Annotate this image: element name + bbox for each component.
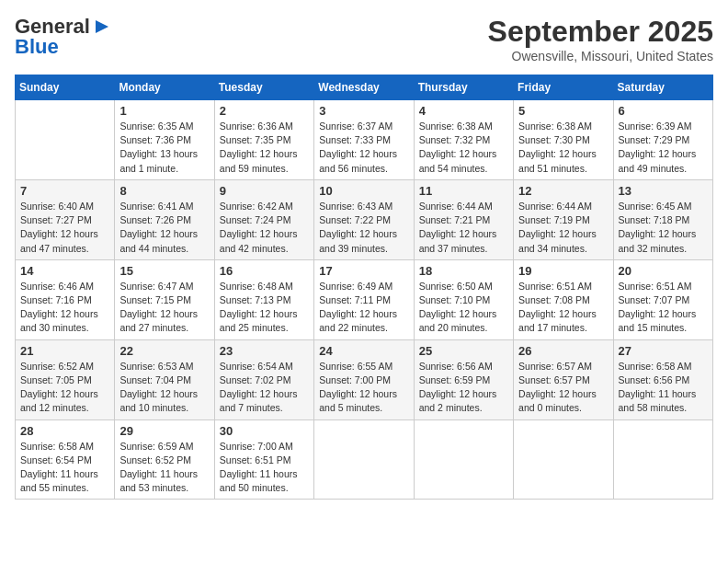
day-number: 4 [419,104,508,118]
day-info: Sunrise: 6:49 AMSunset: 7:11 PMDaylight:… [319,280,408,336]
calendar-cell: 14Sunrise: 6:46 AMSunset: 7:16 PMDayligh… [16,259,115,339]
day-info: Sunrise: 6:44 AMSunset: 7:19 PMDaylight:… [518,200,608,256]
calendar-cell: 26Sunrise: 6:57 AMSunset: 6:57 PMDayligh… [514,339,613,419]
day-number: 16 [220,264,309,278]
day-number: 13 [619,184,708,198]
day-number: 23 [220,344,309,358]
calendar-header-row: SundayMondayTuesdayWednesdayThursdayFrid… [16,75,713,100]
calendar-week-row: 1Sunrise: 6:35 AMSunset: 7:36 PMDaylight… [16,100,713,180]
calendar-cell [613,419,712,500]
weekday-header: Monday [115,75,214,100]
day-info: Sunrise: 6:51 AMSunset: 7:08 PMDaylight:… [518,280,608,336]
calendar-cell: 2Sunrise: 6:36 AMSunset: 7:35 PMDaylight… [214,100,313,180]
day-info: Sunrise: 6:47 AMSunset: 7:15 PMDaylight:… [119,280,209,336]
calendar-cell: 15Sunrise: 6:47 AMSunset: 7:15 PMDayligh… [115,259,214,339]
day-number: 24 [319,344,408,358]
day-info: Sunrise: 6:55 AMSunset: 7:00 PMDaylight:… [319,360,408,416]
day-info: Sunrise: 6:43 AMSunset: 7:22 PMDaylight:… [319,200,408,256]
calendar-cell: 16Sunrise: 6:48 AMSunset: 7:13 PMDayligh… [214,259,313,339]
day-info: Sunrise: 6:38 AMSunset: 7:30 PMDaylight:… [518,120,608,176]
logo: General Blue [15,15,112,59]
day-info: Sunrise: 6:50 AMSunset: 7:10 PMDaylight:… [419,280,508,336]
calendar-cell: 17Sunrise: 6:49 AMSunset: 7:11 PMDayligh… [314,259,414,339]
day-info: Sunrise: 6:56 AMSunset: 6:59 PMDaylight:… [419,360,508,416]
calendar-cell: 5Sunrise: 6:38 AMSunset: 7:30 PMDaylight… [514,100,613,180]
day-info: Sunrise: 6:46 AMSunset: 7:16 PMDaylight:… [20,280,109,336]
logo-arrow-icon [92,18,112,35]
day-info: Sunrise: 6:38 AMSunset: 7:32 PMDaylight:… [419,120,508,176]
day-number: 20 [619,264,708,278]
day-info: Sunrise: 6:58 AMSunset: 6:54 PMDaylight:… [20,440,109,496]
svg-marker-0 [96,20,108,33]
day-number: 29 [119,424,209,438]
weekday-header: Friday [514,75,613,100]
day-number: 2 [220,104,309,118]
day-number: 28 [20,424,109,438]
day-number: 18 [419,264,508,278]
calendar-cell: 9Sunrise: 6:42 AMSunset: 7:24 PMDaylight… [214,179,313,259]
day-info: Sunrise: 6:44 AMSunset: 7:21 PMDaylight:… [419,200,508,256]
calendar-cell: 23Sunrise: 6:54 AMSunset: 7:02 PMDayligh… [214,339,313,419]
calendar-cell: 20Sunrise: 6:51 AMSunset: 7:07 PMDayligh… [613,259,712,339]
day-number: 1 [119,104,209,118]
weekday-header: Wednesday [314,75,414,100]
calendar-cell: 30Sunrise: 7:00 AMSunset: 6:51 PMDayligh… [214,419,313,500]
day-info: Sunrise: 6:58 AMSunset: 6:56 PMDaylight:… [619,360,708,416]
day-info: Sunrise: 6:57 AMSunset: 6:57 PMDaylight:… [518,360,608,416]
day-info: Sunrise: 6:45 AMSunset: 7:18 PMDaylight:… [619,200,708,256]
day-number: 5 [518,104,608,118]
day-info: Sunrise: 6:35 AMSunset: 7:36 PMDaylight:… [119,120,209,176]
logo-blue: Blue [15,35,59,59]
calendar-cell: 6Sunrise: 6:39 AMSunset: 7:29 PMDaylight… [613,100,712,180]
calendar-week-row: 21Sunrise: 6:52 AMSunset: 7:05 PMDayligh… [16,339,713,419]
day-number: 22 [119,344,209,358]
calendar-cell: 18Sunrise: 6:50 AMSunset: 7:10 PMDayligh… [414,259,513,339]
calendar-cell [514,419,613,500]
calendar-cell: 3Sunrise: 6:37 AMSunset: 7:33 PMDaylight… [314,100,414,180]
location: Owensville, Missouri, United States [488,49,713,63]
day-info: Sunrise: 6:48 AMSunset: 7:13 PMDaylight:… [220,280,309,336]
day-info: Sunrise: 7:00 AMSunset: 6:51 PMDaylight:… [220,440,309,496]
day-number: 19 [518,264,608,278]
calendar-cell: 29Sunrise: 6:59 AMSunset: 6:52 PMDayligh… [115,419,214,500]
day-number: 30 [220,424,309,438]
calendar-cell: 24Sunrise: 6:55 AMSunset: 7:00 PMDayligh… [314,339,414,419]
calendar-cell: 8Sunrise: 6:41 AMSunset: 7:26 PMDaylight… [115,179,214,259]
calendar-cell [414,419,513,500]
calendar-cell: 22Sunrise: 6:53 AMSunset: 7:04 PMDayligh… [115,339,214,419]
calendar-cell: 21Sunrise: 6:52 AMSunset: 7:05 PMDayligh… [16,339,115,419]
calendar-cell: 25Sunrise: 6:56 AMSunset: 6:59 PMDayligh… [414,339,513,419]
day-info: Sunrise: 6:42 AMSunset: 7:24 PMDaylight:… [220,200,309,256]
weekday-header: Saturday [613,75,712,100]
page-header: General Blue September 2025 Owensville, … [15,15,713,63]
day-info: Sunrise: 6:53 AMSunset: 7:04 PMDaylight:… [119,360,209,416]
day-number: 21 [20,344,109,358]
calendar-table: SundayMondayTuesdayWednesdayThursdayFrid… [15,75,713,500]
calendar-cell: 12Sunrise: 6:44 AMSunset: 7:19 PMDayligh… [514,179,613,259]
day-info: Sunrise: 6:39 AMSunset: 7:29 PMDaylight:… [619,120,708,176]
day-info: Sunrise: 6:59 AMSunset: 6:52 PMDaylight:… [119,440,209,496]
calendar-cell [314,419,414,500]
calendar-cell: 7Sunrise: 6:40 AMSunset: 7:27 PMDaylight… [16,179,115,259]
calendar-week-row: 7Sunrise: 6:40 AMSunset: 7:27 PMDaylight… [16,179,713,259]
calendar-week-row: 14Sunrise: 6:46 AMSunset: 7:16 PMDayligh… [16,259,713,339]
day-number: 12 [518,184,608,198]
title-block: September 2025 Owensville, Missouri, Uni… [488,15,713,63]
weekday-header: Thursday [414,75,513,100]
day-number: 26 [518,344,608,358]
day-number: 15 [119,264,209,278]
day-info: Sunrise: 6:51 AMSunset: 7:07 PMDaylight:… [619,280,708,336]
day-number: 10 [319,184,408,198]
day-info: Sunrise: 6:36 AMSunset: 7:35 PMDaylight:… [220,120,309,176]
weekday-header: Tuesday [214,75,313,100]
day-info: Sunrise: 6:52 AMSunset: 7:05 PMDaylight:… [20,360,109,416]
day-info: Sunrise: 6:41 AMSunset: 7:26 PMDaylight:… [119,200,209,256]
calendar-cell: 10Sunrise: 6:43 AMSunset: 7:22 PMDayligh… [314,179,414,259]
calendar-week-row: 28Sunrise: 6:58 AMSunset: 6:54 PMDayligh… [16,419,713,500]
calendar-cell [16,100,115,180]
day-number: 3 [319,104,408,118]
day-number: 25 [419,344,508,358]
day-number: 6 [619,104,708,118]
calendar-cell: 13Sunrise: 6:45 AMSunset: 7:18 PMDayligh… [613,179,712,259]
day-number: 11 [419,184,508,198]
